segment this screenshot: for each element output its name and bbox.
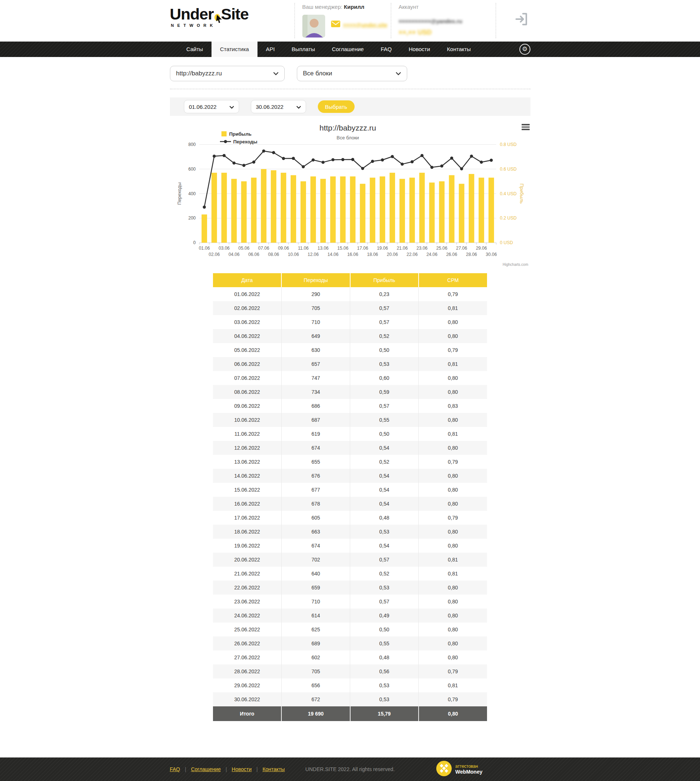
site-select[interactable]: http://babyzzz.ru	[170, 66, 285, 81]
transitions-point[interactable]	[470, 155, 473, 158]
profit-bar[interactable]	[478, 178, 484, 243]
transitions-point[interactable]	[331, 158, 334, 161]
transitions-point[interactable]	[401, 163, 403, 165]
profit-bar[interactable]	[409, 178, 415, 243]
transitions-point[interactable]	[302, 165, 305, 168]
profit-bar[interactable]	[459, 184, 464, 243]
profit-bar[interactable]	[211, 173, 217, 243]
statistics-chart[interactable]: 00 USD2000.2 USD4000.4 USD6000.6 USD8000…	[170, 120, 530, 267]
nav-item-faq[interactable]: FAQ	[372, 42, 400, 57]
profit-bar[interactable]	[390, 173, 395, 243]
chart-menu-icon[interactable]	[522, 124, 530, 130]
footer-link-faq[interactable]: FAQ	[170, 766, 180, 772]
footer-link-agreement[interactable]: Соглашение	[191, 766, 221, 772]
transitions-point[interactable]	[272, 151, 275, 154]
transitions-point[interactable]	[391, 155, 393, 158]
profit-bar[interactable]	[291, 175, 296, 243]
profit-bar[interactable]	[340, 177, 345, 243]
nav-item-api[interactable]: API	[257, 42, 283, 57]
transitions-point[interactable]	[440, 164, 443, 167]
profit-bar[interactable]	[350, 177, 355, 243]
transitions-point[interactable]	[420, 154, 423, 157]
date-from-select[interactable]: 01.06.2022	[184, 100, 239, 113]
footer-link-contacts[interactable]: Контакты	[263, 766, 285, 772]
transitions-point[interactable]	[450, 157, 453, 160]
profit-bar[interactable]	[360, 184, 365, 243]
transitions-point[interactable]	[480, 161, 483, 164]
footer-link-news[interactable]: Новости	[232, 766, 252, 772]
transitions-point[interactable]	[410, 160, 413, 163]
nav-item-news[interactable]: Новости	[400, 42, 438, 57]
table-cell: 602	[282, 651, 350, 664]
blocks-select[interactable]: Все блоки	[297, 66, 407, 81]
chart-canvas[interactable]: 00 USD2000.2 USD4000.4 USD6000.6 USD8000…	[170, 120, 530, 267]
nav-item-sites[interactable]: Сайты	[178, 42, 212, 57]
transitions-point[interactable]	[282, 157, 285, 160]
table-cell: 0,53	[350, 678, 418, 693]
profit-bar[interactable]	[300, 181, 306, 243]
nav-item-payouts[interactable]: Выплаты	[283, 42, 323, 57]
transitions-point[interactable]	[460, 167, 463, 170]
profit-bar[interactable]	[251, 178, 257, 243]
transitions-point[interactable]	[292, 157, 295, 160]
logout-icon[interactable]	[513, 11, 530, 27]
transitions-point[interactable]	[213, 155, 215, 158]
manager-email[interactable]: ××××@under.site	[331, 21, 388, 29]
profit-bar[interactable]	[419, 173, 425, 243]
legend-label-transitions[interactable]: Переходы	[233, 139, 257, 145]
table-cell: 0,80	[418, 329, 487, 343]
manager-avatar	[302, 15, 325, 38]
transitions-point[interactable]	[341, 158, 344, 161]
legend-marker-profit[interactable]	[222, 131, 227, 137]
transitions-point[interactable]	[430, 166, 433, 169]
transitions-point[interactable]	[361, 167, 364, 170]
nav-item-contacts[interactable]: Контакты	[438, 42, 479, 57]
profit-bar[interactable]	[271, 170, 276, 243]
profit-bar[interactable]	[488, 178, 494, 243]
gear-icon[interactable]: ⚙	[519, 44, 530, 55]
profit-bar[interactable]	[221, 173, 227, 243]
highcharts-credit[interactable]: Highcharts.com	[502, 263, 528, 266]
transitions-point[interactable]	[242, 164, 245, 167]
profit-bar[interactable]	[449, 175, 454, 243]
transitions-point[interactable]	[232, 162, 235, 164]
date-to-select[interactable]: 30.06.2022	[251, 100, 306, 113]
transitions-point[interactable]	[262, 149, 265, 152]
profit-bar[interactable]	[261, 169, 266, 243]
legend-label-profit[interactable]: Прибыль	[229, 131, 252, 137]
transitions-point[interactable]	[223, 154, 225, 157]
transitions-point[interactable]	[371, 160, 374, 163]
profit-bar[interactable]	[380, 177, 385, 243]
table-cell: 13.06.2022	[213, 455, 282, 469]
transitions-point[interactable]	[252, 161, 255, 164]
x-axis-tick: 29.06	[476, 246, 487, 251]
profit-bar[interactable]	[320, 179, 325, 243]
nav-item-statistics[interactable]: Статистика	[212, 42, 257, 57]
transitions-point[interactable]	[203, 206, 206, 208]
apply-button[interactable]: Выбрать	[318, 100, 355, 113]
transitions-point[interactable]	[312, 158, 315, 162]
transitions-point[interactable]	[490, 159, 493, 162]
profit-bar[interactable]	[231, 179, 237, 243]
profit-bar[interactable]	[439, 181, 444, 243]
transitions-point[interactable]	[381, 158, 384, 162]
profit-bar[interactable]	[429, 182, 434, 243]
transitions-point[interactable]	[351, 158, 354, 161]
profit-bar[interactable]	[310, 177, 316, 243]
webmoney-badge[interactable]: аттестован WebMoney	[436, 761, 483, 778]
nav-item-agreement[interactable]: Соглашение	[323, 42, 372, 57]
profit-bar[interactable]	[241, 181, 247, 243]
table-cell: 27.06.2022	[213, 651, 282, 664]
profit-bar[interactable]	[330, 177, 335, 243]
profit-bar[interactable]	[281, 173, 286, 243]
table-cell: 0,57	[350, 315, 418, 329]
profit-bar[interactable]	[399, 179, 405, 243]
profit-bar[interactable]	[370, 178, 375, 243]
y-axis-left-tick: 400	[188, 191, 195, 196]
y-axis-left-tick: 600	[188, 167, 195, 172]
legend-marker-transitions[interactable]	[223, 140, 227, 143]
table-row: 20.06.20227020,570,81	[213, 553, 487, 567]
transitions-point[interactable]	[322, 161, 325, 164]
profit-bar[interactable]	[201, 214, 207, 243]
profit-bar[interactable]	[468, 174, 474, 243]
